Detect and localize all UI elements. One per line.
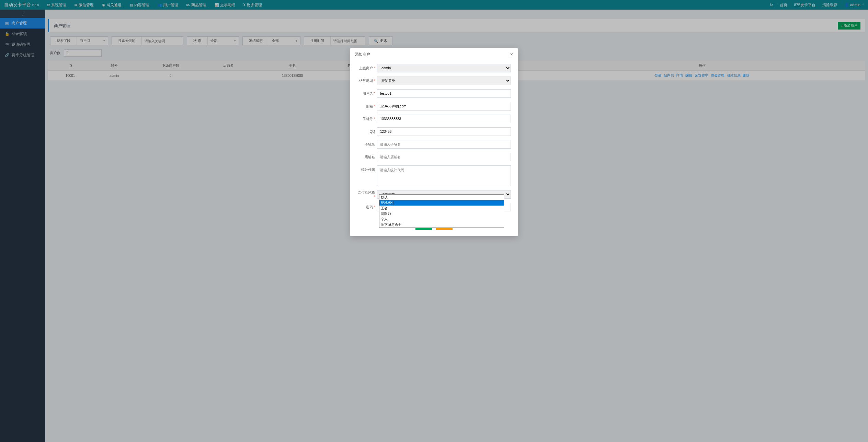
settle-select[interactable]: 跟随系统 <box>377 77 511 81</box>
modal-body: 上级商户 admin 结算周期 跟随系统 用户名 邮箱 手机号 QQ 子域名 店… <box>350 60 518 81</box>
modal-header: 添加商户 × <box>350 48 518 60</box>
label-parent: 上级商户 <box>357 66 377 71</box>
modal-close-button[interactable]: × <box>510 51 513 57</box>
label-settle: 结算周期 <box>357 79 377 81</box>
parent-select[interactable]: admin <box>377 64 511 72</box>
add-merchant-modal: 添加商户 × 上级商户 admin 结算周期 跟随系统 用户名 邮箱 手机号 Q… <box>350 48 518 81</box>
modal-title: 添加商户 <box>355 52 370 57</box>
